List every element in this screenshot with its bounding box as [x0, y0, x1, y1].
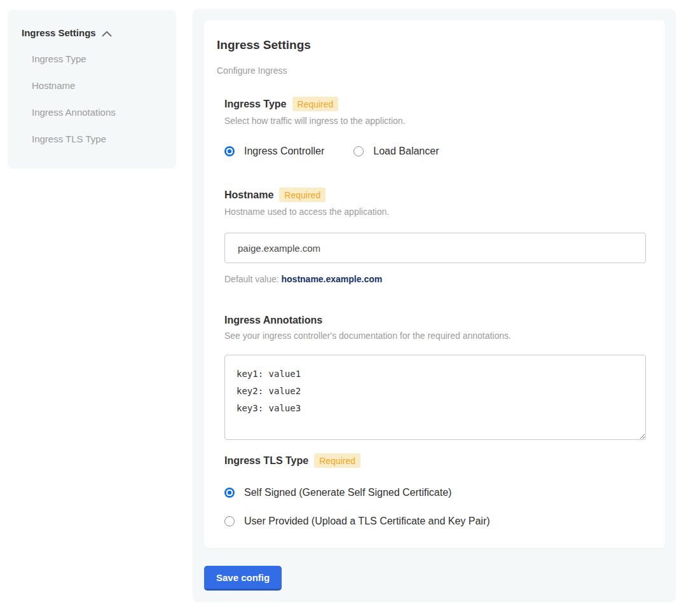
- required-badge: Required: [292, 97, 339, 111]
- ingress-type-radio-group: Ingress Controller Load Balancer: [224, 145, 646, 157]
- save-config-button[interactable]: Save config: [204, 566, 282, 591]
- field-help-text: Hostname used to access the application.: [224, 207, 646, 217]
- field-label-ingress-tls-type: Ingress TLS Type: [224, 455, 308, 467]
- default-value-line: Default value: hostname.example.com: [224, 274, 646, 285]
- chevron-up-icon: [102, 31, 112, 37]
- config-nav-sidebar: Ingress Settings Ingress Type Hostname I…: [8, 10, 176, 168]
- radio-option-label: Ingress Controller: [244, 145, 324, 157]
- hostname-input[interactable]: [224, 233, 646, 263]
- config-group-title: Ingress Settings: [217, 38, 646, 52]
- config-item-ingress-tls-type: Ingress TLS Type Required Self Signed (G…: [224, 453, 646, 527]
- field-help-text: See your ingress controller's documentat…: [224, 331, 646, 341]
- radio-option-label: Load Balancer: [373, 145, 439, 157]
- field-label-ingress-annotations: Ingress Annotations: [224, 314, 322, 326]
- config-item-ingress-type: Ingress Type Required Select how traffic…: [224, 97, 646, 157]
- field-label-ingress-type: Ingress Type: [224, 98, 287, 110]
- field-help-text: Select how traffic will ingress to the a…: [224, 116, 646, 127]
- radio-option-load-balancer[interactable]: Load Balancer: [353, 145, 439, 157]
- radio-option-user-provided[interactable]: User Provided (Upload a TLS Certificate …: [224, 515, 646, 527]
- radio-button-icon[interactable]: [224, 488, 235, 498]
- sidebar-item-list: Ingress Type Hostname Ingress Annotation…: [22, 53, 161, 145]
- config-group-card: Ingress Settings Configure Ingress Ingre…: [204, 20, 665, 548]
- sidebar-item-ingress-annotations[interactable]: Ingress Annotations: [32, 107, 161, 118]
- radio-option-label: Self Signed (Generate Self Signed Certif…: [244, 486, 451, 498]
- default-value-prefix: Default value:: [224, 274, 282, 284]
- radio-button-icon[interactable]: [353, 146, 364, 156]
- radio-option-ingress-controller[interactable]: Ingress Controller: [224, 145, 324, 157]
- field-label-row: Ingress Type Required: [224, 97, 646, 111]
- config-item-ingress-annotations: Ingress Annotations See your ingress con…: [224, 314, 646, 440]
- config-panel: Ingress Settings Configure Ingress Ingre…: [193, 9, 676, 602]
- config-item-hostname: Hostname Required Hostname used to acces…: [224, 188, 646, 285]
- sidebar-group-ingress-settings[interactable]: Ingress Settings: [22, 27, 161, 38]
- radio-option-self-signed[interactable]: Self Signed (Generate Self Signed Certif…: [224, 486, 646, 498]
- sidebar-item-ingress-type[interactable]: Ingress Type: [32, 53, 161, 65]
- radio-button-icon[interactable]: [224, 146, 235, 156]
- field-label-row: Hostname Required: [224, 188, 646, 202]
- sidebar-item-hostname[interactable]: Hostname: [32, 80, 161, 92]
- radio-button-icon[interactable]: [224, 516, 235, 526]
- radio-option-label: User Provided (Upload a TLS Certificate …: [244, 515, 490, 527]
- default-value-text: hostname.example.com: [282, 274, 383, 284]
- ingress-annotations-textarea[interactable]: key1: value1 key2: value2 key3: value3: [224, 355, 646, 440]
- field-label-hostname: Hostname: [224, 189, 273, 201]
- ingress-tls-type-radio-group: Self Signed (Generate Self Signed Certif…: [224, 486, 646, 527]
- field-label-row: Ingress TLS Type Required: [224, 453, 646, 468]
- sidebar-group-title: Ingress Settings: [22, 27, 96, 38]
- sidebar-item-ingress-tls-type[interactable]: Ingress TLS Type: [32, 133, 161, 145]
- required-badge: Required: [314, 453, 360, 468]
- required-badge: Required: [279, 188, 326, 202]
- field-label-row: Ingress Annotations: [224, 314, 646, 326]
- config-group-description: Configure Ingress: [217, 65, 646, 76]
